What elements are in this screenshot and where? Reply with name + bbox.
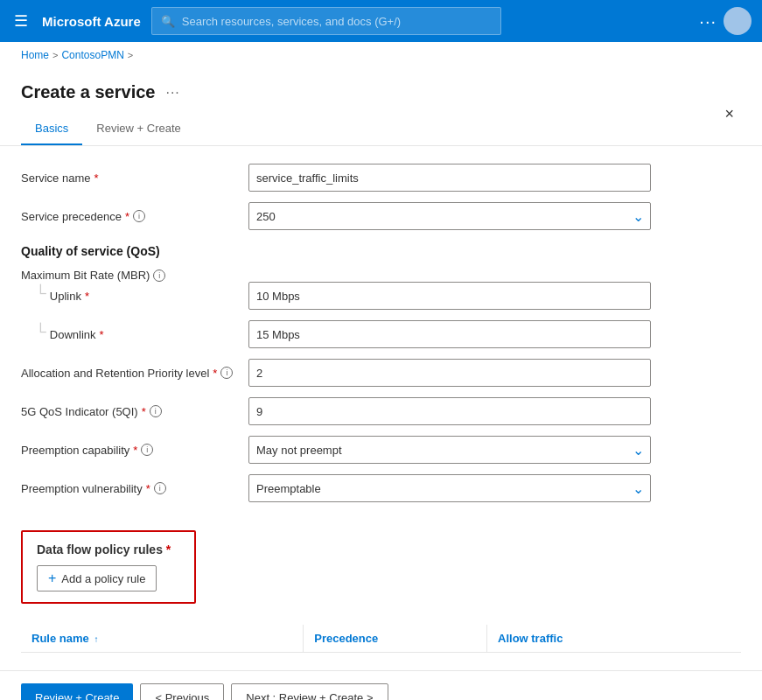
col-header-allow-traffic: Allow traffic [487,625,741,653]
qos5g-control [248,397,651,425]
preemption-cap-select-wrapper: May not preempt [248,436,651,464]
topnav-more-icon[interactable]: ··· [699,11,717,32]
service-name-label: Service name * [21,172,248,185]
form-content: Service name * Service precedence * i 25… [0,146,762,670]
create-service-panel: Home > ContosoPMN > Create a service ···… [0,42,762,700]
service-name-input[interactable] [248,164,651,192]
topnav-right-section: ··· [699,7,752,35]
preemption-cap-label: Preemption capability * i [21,444,248,457]
search-input[interactable] [182,15,492,28]
uplink-control [248,282,651,310]
previous-button[interactable]: < Previous [140,683,224,700]
qos5g-info-icon: i [150,405,162,417]
azure-logo-title: Microsoft Azure [42,14,141,29]
allocation-label: Allocation and Retention Priority level … [21,367,248,380]
downlink-row: └ Downlink * [21,320,741,348]
uplink-label: └ Uplink * [21,288,248,304]
required-indicator: * [133,444,137,457]
breadcrumb-sep2: > [128,50,133,60]
breadcrumb: Home > ContosoPMN > [0,42,762,68]
add-policy-rule-button[interactable]: + Add a policy rule [37,565,157,592]
uplink-row: └ Uplink * [21,282,741,310]
tab-basics[interactable]: Basics [21,113,82,145]
breadcrumb-item1[interactable]: ContosoPMN [61,49,123,61]
required-indicator: * [100,328,104,341]
search-icon: 🔍 [161,15,175,28]
mbr-label: Maximum Bit Rate (MBR) i [21,269,248,282]
col-header-precedence[interactable]: Precedence [304,625,487,653]
avatar[interactable] [724,7,752,35]
downlink-label: └ Downlink * [21,326,248,342]
policy-rules-container: Data flow policy rules * + Add a policy … [21,516,741,618]
next-button[interactable]: Next : Review + Create > [231,683,388,700]
breadcrumb-home[interactable]: Home [21,49,49,61]
required-indicator: * [125,210,129,223]
required-indicator: * [85,290,89,303]
allocation-input[interactable] [248,359,651,387]
policy-rules-section: Data flow policy rules * + Add a policy … [21,530,196,604]
downlink-input[interactable] [248,320,651,348]
required-indicator: * [146,482,150,495]
preemption-cap-info-icon: i [141,444,153,456]
plus-icon: + [48,570,56,586]
global-search-box[interactable]: 🔍 [151,7,501,35]
sort-arrow-icon: ↑ [94,634,98,644]
required-indicator: * [166,542,171,556]
service-precedence-select[interactable]: 250 [248,202,651,230]
info-icon: i [133,210,145,222]
required-indicator: * [213,367,217,380]
mbr-info-icon: i [153,270,165,282]
breadcrumb-sep1: > [52,50,58,60]
policy-rules-title: Data flow policy rules * [37,542,180,556]
service-name-control [248,164,651,192]
panel-title-row: Create a service ··· [21,82,717,102]
top-navigation: ☰ Microsoft Azure 🔍 ··· [0,0,762,42]
qos-section-header: Quality of service (QoS) [21,244,741,258]
allocation-control [248,359,651,387]
preemption-vul-select[interactable]: Preemptable [248,474,651,502]
footer: Review + Create < Previous Next : Review… [0,670,762,700]
allocation-row: Allocation and Retention Priority level … [21,359,741,387]
close-icon[interactable]: × [717,102,741,127]
policy-rules-table: Rule name ↑ Precedence Allow traffic [21,625,741,653]
qos5g-row: 5G QoS Indicator (5QI) * i [21,397,741,425]
required-indicator: * [94,172,98,185]
qos5g-label: 5G QoS Indicator (5QI) * i [21,405,248,418]
preemption-vul-label: Preemption vulnerability * i [21,482,248,495]
panel-header: Create a service ··· Basics Review + Cre… [0,68,762,146]
col-header-rule-name[interactable]: Rule name ↑ [21,625,304,653]
tabs-container: Basics Review + Create [21,113,717,145]
preemption-vul-row: Preemption vulnerability * i Preemptable [21,474,741,502]
service-precedence-select-wrapper: 250 [248,202,651,230]
allocation-info-icon: i [220,367,233,379]
downlink-control [248,320,651,348]
tab-review-create[interactable]: Review + Create [82,113,194,145]
qos5g-input[interactable] [248,397,651,425]
add-policy-rule-label: Add a policy rule [61,572,145,585]
service-precedence-row: Service precedence * i 250 [21,202,741,230]
panel-more-icon[interactable]: ··· [165,85,179,101]
required-indicator: * [142,405,146,418]
preemption-vul-info-icon: i [154,482,166,494]
hamburger-menu-icon[interactable]: ☰ [10,8,31,34]
uplink-input[interactable] [248,282,651,310]
preemption-cap-row: Preemption capability * i May not preemp… [21,436,741,464]
service-precedence-label: Service precedence * i [21,210,248,223]
service-name-row: Service name * [21,164,741,192]
mbr-label-row: Maximum Bit Rate (MBR) i [21,269,741,282]
review-create-button[interactable]: Review + Create [21,683,133,700]
page-title: Create a service [21,82,155,102]
preemption-cap-select[interactable]: May not preempt [248,436,651,464]
preemption-vul-select-wrapper: Preemptable [248,474,651,502]
